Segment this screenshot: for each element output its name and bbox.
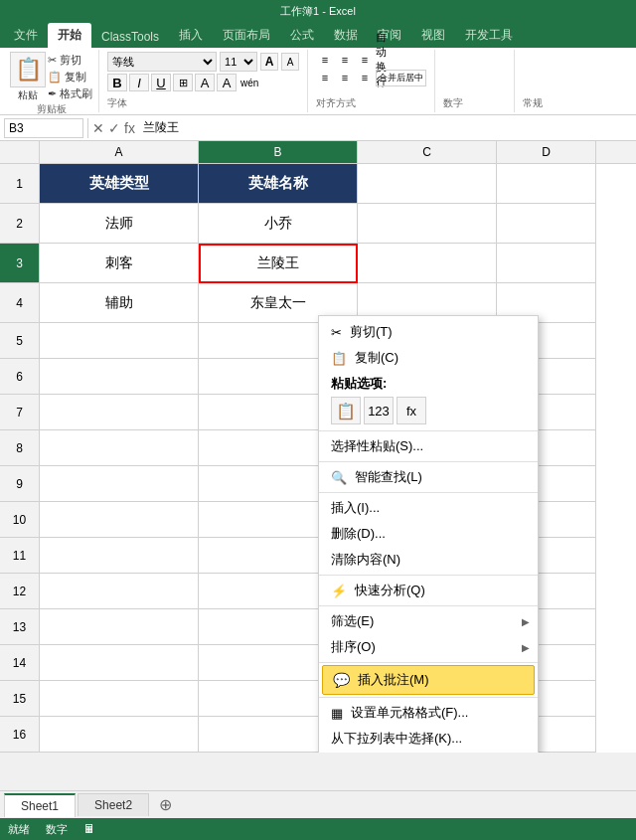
row-header-4[interactable]: 4 xyxy=(0,283,40,323)
sheet-tab-1[interactable]: Sheet1 xyxy=(4,793,76,817)
tab-formula[interactable]: 公式 xyxy=(280,23,324,48)
cell-d2[interactable] xyxy=(497,204,596,244)
menu-item-paste-special[interactable]: 选择性粘贴(S)... xyxy=(319,433,538,459)
cell-a16[interactable] xyxy=(40,717,199,753)
italic-button[interactable]: I xyxy=(129,74,149,91)
menu-item-copy[interactable]: 📋 复制(C) xyxy=(319,345,538,371)
cell-b3-selected[interactable]: 兰陵王 xyxy=(199,244,358,283)
row-header-15[interactable]: 15 xyxy=(0,681,40,717)
align-bottom-button[interactable]: ≡ xyxy=(356,52,374,68)
cell-d1[interactable] xyxy=(497,164,596,204)
confirm-formula-icon[interactable]: ✓ xyxy=(108,120,120,136)
formula-value[interactable]: 兰陵王 xyxy=(139,119,632,136)
format-painter-button[interactable]: ✒ 格式刷 xyxy=(48,86,92,101)
row-header-14[interactable]: 14 xyxy=(0,645,40,681)
tab-file[interactable]: 文件 xyxy=(4,23,48,48)
row-header-2[interactable]: 2 xyxy=(0,204,40,244)
font-decrease-button[interactable]: A xyxy=(281,53,299,71)
underline-button[interactable]: U xyxy=(151,74,171,91)
wrap-text-button[interactable]: 自动换行 xyxy=(376,52,394,68)
paste-button[interactable]: 📋 粘贴 xyxy=(10,52,46,102)
tab-classtools[interactable]: ClassTools xyxy=(91,26,169,48)
tab-home[interactable]: 开始 xyxy=(48,23,91,48)
cell-reference[interactable]: B3 xyxy=(4,118,83,138)
row-header-10[interactable]: 10 xyxy=(0,502,40,538)
cell-a4[interactable]: 辅助 xyxy=(40,283,199,323)
cell-a12[interactable] xyxy=(40,574,199,609)
menu-item-quick-analysis[interactable]: ⚡ 快速分析(Q) xyxy=(319,578,538,603)
cell-a5[interactable] xyxy=(40,323,199,359)
row-header-8[interactable]: 8 xyxy=(0,430,40,466)
cell-a10[interactable] xyxy=(40,502,199,538)
cell-c2[interactable] xyxy=(358,204,497,244)
cell-a14[interactable] xyxy=(40,645,199,681)
tab-view[interactable]: 视图 xyxy=(411,23,455,48)
tab-dev[interactable]: 开发工具 xyxy=(455,23,523,48)
menu-item-phonetic[interactable]: wén 显示拼音字段(S) xyxy=(319,752,538,753)
cell-c3[interactable] xyxy=(358,244,497,283)
tab-insert[interactable]: 插入 xyxy=(169,23,213,48)
col-header-c[interactable]: C xyxy=(358,141,497,163)
copy-button[interactable]: 📋 复制 xyxy=(48,70,92,84)
row-header-7[interactable]: 7 xyxy=(0,395,40,430)
bold-button[interactable]: B xyxy=(107,74,127,91)
fill-color-button[interactable]: A xyxy=(195,74,215,91)
col-header-a[interactable]: A xyxy=(40,141,199,163)
menu-item-dropdown-list[interactable]: 从下拉列表中选择(K)... xyxy=(319,726,538,752)
align-right-button[interactable]: ≡ xyxy=(356,70,374,85)
align-left-button[interactable]: ≡ xyxy=(316,70,334,85)
add-sheet-button[interactable]: ⊕ xyxy=(151,791,180,818)
cell-a11[interactable] xyxy=(40,538,199,574)
cell-a9[interactable] xyxy=(40,466,199,502)
paste-option-values[interactable]: 123 xyxy=(364,397,394,424)
row-header-11[interactable]: 11 xyxy=(0,538,40,574)
cell-c1[interactable] xyxy=(358,164,497,204)
menu-item-delete[interactable]: 删除(D)... xyxy=(319,521,538,547)
paste-option-default[interactable]: 📋 xyxy=(331,397,361,424)
font-color-button[interactable]: A xyxy=(217,74,237,91)
align-top-button[interactable]: ≡ xyxy=(316,52,334,68)
cancel-formula-icon[interactable]: ✕ xyxy=(92,120,104,136)
merge-center-button[interactable]: 合并后居中 xyxy=(376,70,426,86)
border-button[interactable]: ⊞ xyxy=(173,74,193,91)
col-header-b[interactable]: B xyxy=(199,141,358,163)
cell-b2[interactable]: 小乔 xyxy=(199,204,358,244)
row-header-6[interactable]: 6 xyxy=(0,359,40,395)
cut-button[interactable]: ✂ 剪切 xyxy=(48,53,92,68)
align-middle-button[interactable]: ≡ xyxy=(336,52,354,68)
cell-a3[interactable]: 刺客 xyxy=(40,244,199,283)
wubi-toggle[interactable]: wén xyxy=(238,78,260,88)
row-header-3[interactable]: 3 xyxy=(0,244,40,283)
row-header-12[interactable]: 12 xyxy=(0,574,40,609)
cell-a6[interactable] xyxy=(40,359,199,395)
function-icon[interactable]: fx xyxy=(124,120,135,136)
menu-item-sort[interactable]: 排序(O) ▶ xyxy=(319,634,538,660)
cell-d3[interactable] xyxy=(497,244,596,283)
row-header-9[interactable]: 9 xyxy=(0,466,40,502)
cell-a1[interactable]: 英雄类型 xyxy=(40,164,199,204)
font-size-select[interactable]: 11 xyxy=(220,52,257,72)
paste-option-formula[interactable]: fx xyxy=(397,397,426,424)
font-select[interactable]: 等线 xyxy=(107,52,217,72)
menu-item-format-cells[interactable]: ▦ 设置单元格格式(F)... xyxy=(319,700,538,726)
row-header-1[interactable]: 1 xyxy=(0,164,40,204)
cell-a2[interactable]: 法师 xyxy=(40,204,199,244)
menu-item-insert-comment[interactable]: 💬 插入批注(M) xyxy=(322,665,535,695)
cell-a8[interactable] xyxy=(40,430,199,466)
tab-pagelayout[interactable]: 页面布局 xyxy=(213,23,280,48)
menu-item-smart-search[interactable]: 🔍 智能查找(L) xyxy=(319,464,538,490)
menu-item-filter[interactable]: 筛选(E) ▶ xyxy=(319,608,538,634)
tab-data[interactable]: 数据 xyxy=(324,23,368,48)
align-center-button[interactable]: ≡ xyxy=(336,70,354,85)
cell-b1[interactable]: 英雄名称 xyxy=(199,164,358,204)
cell-a15[interactable] xyxy=(40,681,199,717)
row-header-16[interactable]: 16 xyxy=(0,717,40,753)
row-header-13[interactable]: 13 xyxy=(0,609,40,645)
sheet-tab-2[interactable]: Sheet2 xyxy=(78,793,149,816)
font-increase-button[interactable]: A xyxy=(260,53,278,71)
menu-item-insert[interactable]: 插入(I)... xyxy=(319,495,538,521)
menu-item-cut[interactable]: ✂ 剪切(T) xyxy=(319,319,538,345)
cell-a7[interactable] xyxy=(40,395,199,430)
cell-a13[interactable] xyxy=(40,609,199,645)
menu-item-clear[interactable]: 清除内容(N) xyxy=(319,547,538,573)
